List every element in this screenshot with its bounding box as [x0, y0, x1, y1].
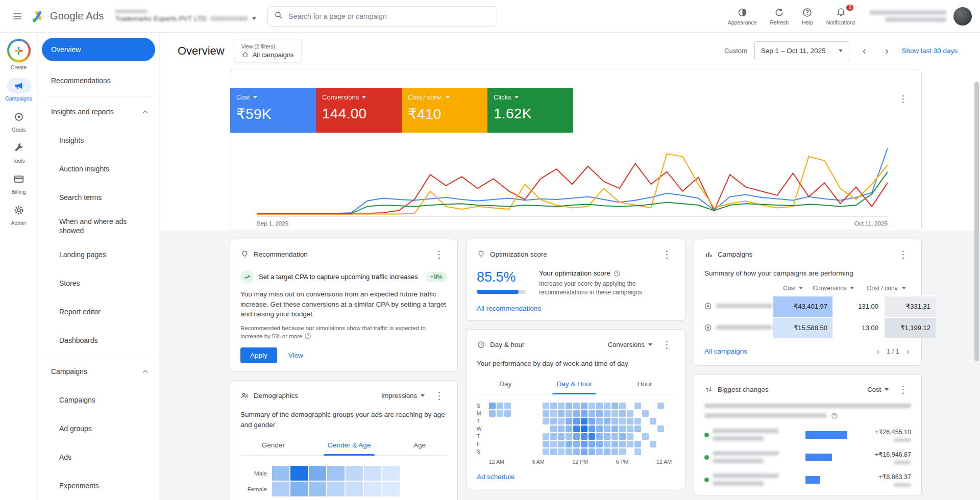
- appearance-button[interactable]: Appearance: [724, 5, 761, 28]
- avatar[interactable]: [953, 7, 972, 26]
- heatmap-cell: [611, 403, 618, 409]
- trend-chart[interactable]: [257, 142, 888, 216]
- search-bar[interactable]: [267, 6, 497, 27]
- metric-tile-cost-conv[interactable]: Cost / conv.₹410: [402, 88, 487, 133]
- more-options-button[interactable]: ⋮: [895, 92, 911, 106]
- apply-button[interactable]: Apply: [240, 347, 277, 363]
- metric-tiles: Cost₹59KConversions144.00Cost / conv.₹41…: [230, 88, 921, 133]
- redacted-text: [115, 10, 148, 13]
- change-bar: [805, 476, 820, 484]
- account-switcher[interactable]: Trademarks Experts PVT LTD: [115, 10, 256, 22]
- change-bar: [805, 454, 832, 461]
- previous-period-button[interactable]: ‹: [856, 43, 872, 59]
- heatmap-cell: [665, 441, 672, 447]
- help-button[interactable]: Help: [798, 5, 817, 28]
- redacted-campaign-name: [713, 429, 784, 441]
- tab-gender-age[interactable]: Gender & Age: [323, 436, 376, 455]
- tab-gender[interactable]: Gender: [257, 436, 290, 455]
- more-options-button[interactable]: ⋮: [431, 247, 447, 261]
- sidebar-item-insights[interactable]: Insights: [42, 126, 155, 155]
- scrollbar[interactable]: [974, 82, 979, 361]
- rail-item-tools[interactable]: Tools: [7, 140, 31, 164]
- redacted-text: [894, 438, 911, 442]
- sidebar-item-auction-insights[interactable]: Auction insights: [42, 155, 155, 183]
- tab-day[interactable]: Day: [494, 375, 517, 394]
- chevron-down-icon: [799, 287, 803, 289]
- more-options-button[interactable]: ⋮: [659, 338, 675, 352]
- list-item[interactable]: +₹26,455.10: [704, 428, 911, 442]
- heatmap-row: M: [477, 410, 675, 417]
- next-page-button[interactable]: ›: [904, 346, 911, 357]
- heatmap-cell: [535, 410, 542, 417]
- all-recommendations-link[interactable]: All recommendations: [477, 305, 541, 312]
- show-last-30-days-link[interactable]: Show last 30 days: [901, 47, 958, 55]
- table-row[interactable]: ₹43,401.97131.00₹331.31: [704, 295, 911, 317]
- sidebar-item-when-and-where-ads-showed[interactable]: When and where ads showed: [42, 212, 155, 240]
- heatmap-cell: [627, 426, 633, 432]
- ad-schedule-link[interactable]: Ad schedule: [477, 473, 514, 481]
- sidebar-item-search-terms[interactable]: Search terms: [42, 183, 155, 212]
- score-progress-bar: [477, 290, 526, 294]
- rail-item-goals[interactable]: Goals: [7, 109, 31, 133]
- heatmap-cell: [642, 410, 649, 417]
- rail-item-create[interactable]: Create: [7, 39, 31, 70]
- heatmap-cell: [497, 433, 503, 440]
- sidebar-item-ads[interactable]: Ads: [42, 443, 155, 471]
- heatmap-cell: [627, 410, 633, 417]
- more-options-button[interactable]: ⋮: [895, 383, 911, 396]
- heatmap-cell: [627, 418, 633, 424]
- hour-label: 6 AM: [532, 459, 545, 465]
- all-campaigns-link[interactable]: All campaigns: [704, 347, 747, 355]
- rail-item-campaigns[interactable]: Campaigns: [5, 78, 32, 102]
- refresh-button[interactable]: Refresh: [766, 5, 793, 28]
- heatmap-cell: [558, 403, 565, 409]
- sidebar-item-stores[interactable]: Stores: [42, 269, 155, 297]
- page-indicator: 1 / 1: [887, 348, 899, 355]
- heatmap-cell: [657, 433, 664, 440]
- more-options-button[interactable]: ⋮: [659, 247, 675, 261]
- more-options-button[interactable]: ⋮: [431, 389, 447, 403]
- list-item[interactable]: +₹8,863.37: [704, 473, 911, 487]
- metric-selector[interactable]: Cost: [867, 386, 889, 393]
- next-period-button[interactable]: ›: [879, 43, 894, 59]
- sidebar-item-overview[interactable]: Overview: [42, 38, 155, 61]
- sidebar-item-report-editor[interactable]: Report editor: [42, 297, 155, 326]
- search-input[interactable]: [288, 12, 491, 20]
- notifications-button[interactable]: 1 Notifications: [822, 5, 860, 28]
- column-header-cost[interactable]: Cost: [748, 285, 808, 292]
- sidebar-item-campaigns[interactable]: Campaigns: [42, 386, 155, 414]
- tab-hour[interactable]: Hour: [632, 375, 657, 394]
- axis-end-label: Oct 11, 2025: [854, 220, 888, 227]
- view-button[interactable]: View: [281, 347, 310, 363]
- heatmap-cell: [512, 448, 519, 455]
- sidebar-item-experiments[interactable]: Experiments: [42, 471, 155, 500]
- tab-age[interactable]: Age: [408, 436, 431, 455]
- table-row[interactable]: ₹15,588.5013.00₹1,199.12: [704, 317, 911, 338]
- campaign-filter-chip[interactable]: View (2 filters) All campaigns: [234, 40, 302, 62]
- heatmap-cell: [589, 418, 595, 424]
- sidebar-item-landing-pages[interactable]: Landing pages: [42, 240, 155, 269]
- heatmap-cell: [611, 441, 618, 447]
- date-range-selector[interactable]: Sep 1 – Oct 11, 2025: [754, 41, 850, 60]
- metric-selector[interactable]: Conversions: [608, 341, 652, 348]
- metric-tile-conversions[interactable]: Conversions144.00: [316, 88, 402, 133]
- rail-item-billing[interactable]: Billing: [7, 171, 31, 195]
- previous-page-button[interactable]: ‹: [875, 346, 881, 357]
- sidebar-section-campaigns[interactable]: Campaigns: [42, 357, 155, 386]
- tab-day-hour[interactable]: Day & Hour: [551, 375, 597, 394]
- metric-tile-clicks[interactable]: Clicks1.62K: [487, 88, 573, 133]
- main-menu-button[interactable]: [6, 5, 29, 28]
- column-header-conversions[interactable]: Conversions: [808, 285, 859, 292]
- rail-item-admin[interactable]: Admin: [7, 203, 31, 226]
- sidebar-item-dashboards[interactable]: Dashboards: [42, 326, 155, 355]
- more-options-button[interactable]: ⋮: [895, 247, 911, 261]
- metric-tile-cost[interactable]: Cost₹59K: [230, 88, 316, 133]
- column-header-cost-conv[interactable]: Cost / conv.: [859, 285, 911, 292]
- heatmap-cell: [550, 418, 557, 424]
- heatmap-cell: [520, 426, 526, 432]
- sidebar-item-recommendations[interactable]: Recommendations: [42, 66, 155, 95]
- metric-selector[interactable]: Impressions: [381, 392, 425, 399]
- sidebar-section-insights-and-reports[interactable]: Insights and reports: [42, 97, 155, 126]
- list-item[interactable]: +₹16,946.87: [704, 451, 911, 464]
- sidebar-item-ad-groups[interactable]: Ad groups: [42, 414, 155, 443]
